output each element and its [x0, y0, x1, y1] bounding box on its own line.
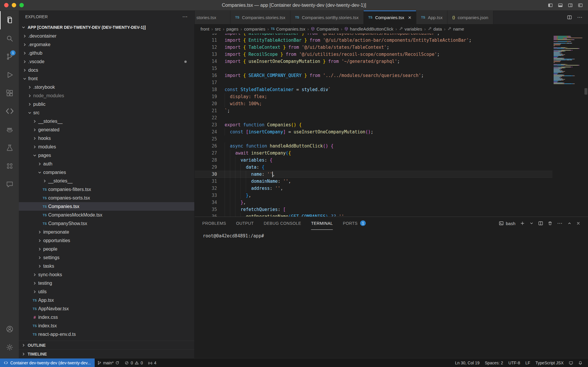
tree-item-settings[interactable]: settings: [19, 253, 194, 262]
tree-item--stories-[interactable]: __stories__: [19, 177, 194, 185]
language-mode[interactable]: TypeScript JSX: [533, 358, 566, 367]
code-line-29[interactable]: 29 data: {: [195, 164, 552, 171]
code-line-32[interactable]: 32 address: '',: [195, 185, 552, 192]
tree-item-generated[interactable]: generated: [19, 125, 194, 134]
customize-layout-icon[interactable]: [578, 3, 583, 8]
zoom-window-button[interactable]: [19, 3, 24, 7]
cursor-position[interactable]: Ln 30, Col 19: [452, 358, 482, 367]
code-line-19[interactable]: 19 display: flex;: [195, 93, 552, 100]
breadcrumb-item-variables[interactable]: variables: [399, 26, 422, 31]
tree-item--devcontainer[interactable]: .devcontainer: [19, 32, 194, 40]
notifications[interactable]: [576, 358, 585, 367]
tab-stories-tsx[interactable]: stories.tsx: [195, 11, 230, 24]
tree-item-app-tsx[interactable]: TSApp.tsx: [19, 296, 194, 304]
tree-item--ergomake[interactable]: .ergomake: [19, 40, 194, 49]
tree-item-auth[interactable]: auth: [19, 160, 194, 168]
breadcrumb-item-pages[interactable]: pages: [226, 26, 238, 31]
kill-terminal-icon[interactable]: [548, 221, 552, 226]
code-line-28[interactable]: 28 variables: {: [195, 157, 552, 164]
tree-item-companies-sorts-tsx[interactable]: TScompanies-sorts.tsx: [19, 194, 194, 202]
activity-accounts-button[interactable]: [0, 320, 19, 338]
tree-item-react-app-env-d-ts[interactable]: TSreact-app-env.d.ts: [19, 330, 194, 338]
panel-tab-problems[interactable]: PROBLEMS: [202, 217, 226, 230]
tree-item-companies-tsx[interactable]: TSCompanies.tsx: [19, 202, 194, 211]
tab-companies-json[interactable]: {}companies.json: [447, 11, 493, 24]
code-line-21[interactable]: 21`;: [195, 107, 552, 114]
remote-indicator[interactable]: Container dev-twenty-dev (dev-twenty-dev…: [0, 358, 95, 367]
tree-item-index-tsx[interactable]: TSindex.tsx: [19, 321, 194, 330]
code-line-31[interactable]: 31 domainName: '',: [195, 178, 552, 185]
screencast-indicator[interactable]: [566, 358, 576, 367]
editor-more-actions-icon[interactable]: ⋯: [577, 14, 583, 21]
tree-item--storybook[interactable]: .storybook: [19, 83, 194, 91]
scrollbar-thumb[interactable]: [584, 88, 587, 95]
code-line-14[interactable]: 14import { useInsertOneCompanyMutation }…: [195, 58, 552, 65]
tree-item-companies-filters-tsx[interactable]: TScompanies-filters.tsx: [19, 185, 194, 194]
tree-item-appnavbar-tsx[interactable]: TSAppNavbar.tsx: [19, 304, 194, 313]
code-surface[interactable]: 10import { WithTopBarContainer } from '@…: [195, 33, 552, 217]
activity-remote-explorer-button[interactable]: [0, 102, 19, 120]
code-line-23[interactable]: 23export function Companies() {: [195, 121, 552, 128]
tree-item--github[interactable]: .github: [19, 49, 194, 57]
terminal-profile-dropdown-icon[interactable]: [529, 221, 534, 225]
toggle-secondary-sidebar-icon[interactable]: [568, 3, 573, 8]
tree-item-node-modules[interactable]: node_modules: [19, 91, 194, 100]
tree-item--stories-[interactable]: __stories__: [19, 117, 194, 125]
tree-item-impersonate[interactable]: impersonate: [19, 228, 194, 236]
code-line-17[interactable]: 17: [195, 79, 552, 86]
breadcrumb-item-companies-tsx[interactable]: TSCompanies.tsx: [271, 26, 305, 31]
code-line-34[interactable]: 34 },: [195, 199, 552, 206]
activity-extension-grid-button[interactable]: [0, 157, 19, 175]
code-line-35[interactable]: 35 refetchQueries: [: [195, 206, 552, 213]
breadcrumb-item-name[interactable]: name: [447, 26, 464, 31]
tree-item-public[interactable]: public: [19, 100, 194, 108]
breadcrumb-item-companies[interactable]: Companies: [311, 26, 339, 31]
tab-companies-sortby-stories-tsx[interactable]: TSCompanies.sortBy.stories.tsx: [290, 11, 364, 24]
tree-item-testing[interactable]: testing: [19, 279, 194, 287]
tree-item-companyshow-tsx[interactable]: TSCompanyShow.tsx: [19, 219, 194, 228]
activity-run-and-debug-button[interactable]: [0, 66, 19, 84]
close-tab-icon[interactable]: ×: [408, 15, 411, 20]
close-window-button[interactable]: [4, 3, 9, 7]
activity-search-button[interactable]: [0, 29, 19, 48]
code-line-11[interactable]: 11import { EntityTableActionBar } from '…: [195, 37, 552, 44]
encoding-setting[interactable]: UTF-8: [506, 358, 523, 367]
code-line-16[interactable]: 16import { SEARCH_COMPANY_QUERY } from '…: [195, 72, 552, 79]
breadcrumb-item-handleaddbuttonclick[interactable]: handleAddButtonClick: [344, 26, 393, 31]
branch-indicator[interactable]: main*: [95, 358, 122, 367]
panel-tab-ports[interactable]: PORTS1: [343, 217, 366, 230]
code-line-24[interactable]: 24 const [insertCompany] = useInsertOneC…: [195, 128, 552, 135]
split-editor-icon[interactable]: [567, 15, 572, 20]
code-line-30[interactable]: 30 name: '',: [195, 171, 552, 178]
code-line-36[interactable]: 36 getOperationName(GET_COMPANIES) ?? ''…: [195, 213, 552, 217]
code-line-10[interactable]: 10import { WithTopBarContainer } from '@…: [195, 33, 552, 37]
code-line-12[interactable]: 12import { TableContext } from '@/ui/tab…: [195, 44, 552, 51]
panel-tab-output[interactable]: OUTPUT: [236, 217, 254, 230]
tab-companies-stories-tsx[interactable]: TSCompanies.stories.tsx: [230, 11, 290, 24]
toggle-sidebar-icon[interactable]: [548, 3, 553, 8]
activity-settings-button[interactable]: [0, 338, 19, 356]
breadcrumb-item-companies[interactable]: companies: [244, 26, 265, 31]
activity-comments-button[interactable]: [0, 175, 19, 193]
tree-item-sync-hooks[interactable]: sync-hooks: [19, 270, 194, 279]
activity-extensions-button[interactable]: [0, 84, 19, 102]
breadcrumb-item-src[interactable]: src: [215, 26, 221, 31]
split-terminal-icon[interactable]: [538, 221, 543, 226]
tree-item-hooks[interactable]: hooks: [19, 134, 194, 143]
problems-indicator[interactable]: 0 0: [122, 358, 146, 367]
tree-item-front[interactable]: front: [19, 74, 194, 83]
tree-item-pages[interactable]: pages: [19, 151, 194, 160]
breadcrumb-item-front[interactable]: front: [201, 26, 209, 31]
terminal-output[interactable]: root@0a42ecd84891:/app#: [195, 230, 588, 358]
tree-item-opportunities[interactable]: opportunities: [19, 236, 194, 245]
activity-explorer-button[interactable]: [0, 11, 19, 29]
tree-item-index-css[interactable]: #index.css: [19, 313, 194, 321]
tree-item-docs[interactable]: docs: [19, 66, 194, 74]
ports-indicator[interactable]: 4: [146, 358, 159, 367]
panel-more-actions-icon[interactable]: ⋯: [557, 220, 563, 227]
tree-item--vscode[interactable]: .vscode: [19, 57, 194, 66]
toggle-panel-icon[interactable]: [558, 3, 563, 8]
tab-app-tsx[interactable]: TSApp.tsx: [416, 11, 447, 24]
explorer-more-actions-icon[interactable]: ⋯: [182, 14, 188, 20]
tree-item-people[interactable]: people: [19, 245, 194, 253]
